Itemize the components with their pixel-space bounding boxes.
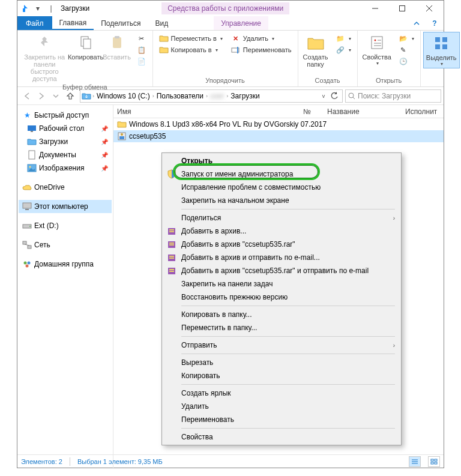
col-num[interactable]: № <box>300 107 324 116</box>
crumb-downloads[interactable]: Загрузки <box>229 92 261 100</box>
cm-delete[interactable]: Удалить <box>163 400 400 413</box>
search-icon <box>348 92 355 100</box>
cm-pin-taskbar[interactable]: Закрепить на панели задач <box>163 277 400 291</box>
nav-pictures[interactable]: Изображения📌 <box>19 161 112 175</box>
delete-button[interactable]: ✕Удалить▾ <box>229 33 294 44</box>
refresh-button[interactable] <box>328 92 341 100</box>
nav-documents[interactable]: Документы📌 <box>19 148 112 161</box>
new-folder-button[interactable]: Создать папку <box>301 32 331 69</box>
open-folder-icon: 📂 <box>399 34 408 43</box>
qat-dropdown-icon[interactable]: ▾ <box>32 2 44 14</box>
cm-move-to-folder[interactable]: Переместить в папку... <box>163 321 400 334</box>
cm-compat[interactable]: Исправление проблем с совместимостью <box>163 181 400 194</box>
ribbon-group-new: Создать папку 📁▾ 🔗▾ Создать <box>298 31 358 86</box>
contextual-tab-group: Средства работы с приложениями <box>161 2 289 14</box>
svg-point-12 <box>374 40 376 41</box>
nav-onedrive[interactable]: OneDrive <box>19 181 112 194</box>
copyto-folder-icon <box>159 45 169 55</box>
cm-run-as-admin[interactable]: Запуск от имени администратора <box>163 167 400 181</box>
nav-quick-access[interactable]: ★Быстрый доступ <box>19 109 112 122</box>
nav-back-button[interactable] <box>20 89 34 103</box>
cm-copy[interactable]: Копировать <box>163 369 400 382</box>
chevron-right-icon[interactable]: › <box>91 93 95 99</box>
paste-button[interactable]: Вставить <box>102 32 132 62</box>
ribbon-collapse-button[interactable] <box>408 16 426 30</box>
copy-path-button[interactable]: 📋 <box>134 44 149 55</box>
cm-send-to[interactable]: Отправить› <box>163 339 400 352</box>
svg-rect-19 <box>442 44 447 49</box>
chevron-right-icon[interactable]: › <box>205 93 209 99</box>
nav-downloads[interactable]: Загрузки📌 <box>19 135 112 148</box>
file-row[interactable]: ccsetup535 <box>113 130 444 142</box>
breadcrumb-bar[interactable]: › Windows 10 (C:) › Пользователи › user … <box>80 89 343 103</box>
rename-button[interactable]: Переименовать <box>229 44 294 55</box>
close-button[interactable] <box>415 1 442 16</box>
easy-access-button[interactable]: 🔗▾ <box>333 44 354 55</box>
cm-properties[interactable]: Свойства <box>163 430 400 444</box>
tab-share[interactable]: Поделиться <box>94 16 148 30</box>
context-menu: Открыть Запуск от имени администратора И… <box>161 152 402 445</box>
tab-view[interactable]: Вид <box>148 16 175 30</box>
crumb-drive[interactable]: Windows 10 (C:) <box>95 92 151 100</box>
nav-up-button[interactable] <box>63 89 77 103</box>
address-dropdown-icon[interactable]: v <box>319 93 328 99</box>
chevron-right-icon[interactable]: › <box>151 93 155 99</box>
cm-share[interactable]: Поделиться› <box>163 211 400 224</box>
help-button[interactable]: ? <box>426 16 444 30</box>
nav-this-pc[interactable]: Этот компьютер <box>19 200 112 213</box>
cm-cut[interactable]: Вырезать <box>163 356 400 369</box>
search-input[interactable]: Поиск: Загрузки <box>345 89 441 103</box>
copy-to-button[interactable]: Копировать в▾ <box>157 44 225 55</box>
cm-add-rar[interactable]: Добавить в архив "ccsetup535.rar" <box>163 238 400 251</box>
history-button[interactable]: 🕒 <box>396 56 417 67</box>
tab-home[interactable]: Главная <box>52 16 94 30</box>
cm-add-email[interactable]: Добавить в архив и отправить по e-mail..… <box>163 251 400 264</box>
cm-open[interactable]: Открыть <box>163 154 400 167</box>
paste-icon <box>107 33 127 52</box>
properties-icon <box>367 33 387 52</box>
cut-small-button[interactable]: ✂ <box>134 33 149 44</box>
nav-network[interactable]: Сеть <box>19 238 112 252</box>
paste-shortcut-button[interactable]: 📄 <box>134 56 149 67</box>
cm-add-rar-email[interactable]: Добавить в архив "ccsetup535.rar" и отпр… <box>163 264 400 277</box>
maximize-button[interactable] <box>388 1 415 16</box>
file-row[interactable]: Windows 8.1 Upd3 x86-x64 Pro VL Ru by OV… <box>113 118 444 130</box>
history-icon: 🕒 <box>399 56 408 66</box>
quick-access-toolbar: ▾ | <box>32 2 57 14</box>
col-title[interactable]: Название <box>324 107 402 116</box>
select-icon <box>432 34 451 53</box>
move-to-button[interactable]: Переместить в▾ <box>157 33 225 44</box>
properties-button[interactable]: Свойства▾ <box>360 32 394 67</box>
minimize-button[interactable] <box>361 1 388 16</box>
file-name: Windows 8.1 Upd3 x86-x64 Pro VL Ru by OV… <box>129 120 327 128</box>
edit-button[interactable]: ✎ <box>396 44 417 55</box>
cm-pin-start[interactable]: Закрепить на начальном экране <box>163 194 400 207</box>
thumb-view-button[interactable] <box>428 456 440 467</box>
nav-forward-button[interactable] <box>34 89 49 103</box>
cm-rename[interactable]: Переименовать <box>163 413 400 426</box>
select-button[interactable]: Выделить▾ <box>423 32 460 68</box>
crumb-user[interactable]: user <box>209 92 225 100</box>
open-button[interactable]: 📂▾ <box>396 33 417 44</box>
cm-add-archive[interactable]: Добавить в архив... <box>163 224 400 238</box>
path-icon: 📋 <box>137 45 146 55</box>
new-item-button[interactable]: 📁▾ <box>333 33 354 44</box>
details-view-button[interactable] <box>409 456 421 467</box>
tab-manage[interactable]: Управление <box>214 16 268 30</box>
cm-restore[interactable]: Восстановить прежнюю версию <box>163 291 400 304</box>
nav-desktop[interactable]: Рабочий стол📌 <box>19 122 112 135</box>
col-artists[interactable]: Исполнит <box>402 107 444 116</box>
cm-copy-to-folder[interactable]: Копировать в папку... <box>163 308 400 321</box>
pin-quick-access-button[interactable]: Закрепить на панели быстрого доступа <box>20 32 70 83</box>
downloads-icon <box>27 137 37 146</box>
nav-homegroup[interactable]: Домашняя группа <box>19 258 112 271</box>
nav-ext-drive[interactable]: Ext (D:) <box>19 219 112 232</box>
nav-history-button[interactable] <box>49 89 63 103</box>
col-name[interactable]: Имя <box>113 107 300 116</box>
copy-button[interactable]: Копировать <box>71 32 101 62</box>
tab-file[interactable]: Файл <box>17 16 52 30</box>
crumb-users[interactable]: Пользователи <box>155 92 205 100</box>
chevron-right-icon[interactable]: › <box>225 93 229 99</box>
desktop-icon <box>27 124 37 133</box>
cm-shortcut[interactable]: Создать ярлык <box>163 387 400 400</box>
